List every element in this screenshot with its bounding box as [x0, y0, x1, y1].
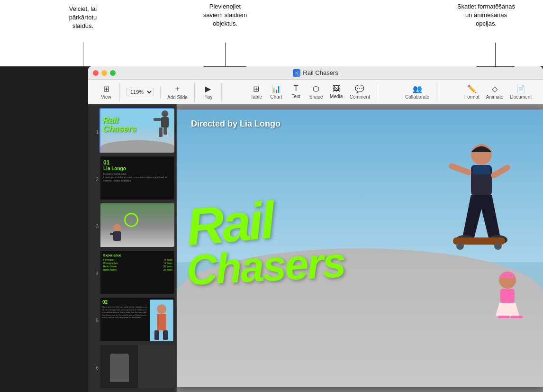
slide1-skater-svg [147, 110, 173, 143]
slide4-row2: Photographer9 Years [103, 262, 172, 264]
slide2-text: Director's IntroductionLorem ipsum dolor… [103, 173, 172, 182]
zoom-select[interactable]: 119% 100% 75% [127, 88, 154, 96]
slide-thumb-1[interactable]: RailChasers [100, 108, 174, 153]
shape-icon: ⬡ [313, 84, 319, 93]
shape-button[interactable]: ⬡ Shape [307, 82, 326, 101]
play-button[interactable]: ▶ Play [199, 82, 217, 101]
zoom-control[interactable]: 119% 100% 75% [124, 86, 156, 98]
media-icon: 🖼 [333, 84, 340, 93]
slide-thumb-4[interactable]: Experience Filmmaker6 Years Photographer… [100, 250, 174, 294]
svg-rect-1 [161, 117, 169, 128]
slide-item-3[interactable]: 3 [90, 202, 174, 247]
slide-number-3: 3 [91, 224, 99, 229]
collaborate-button[interactable]: 👥 Collaborate [402, 82, 432, 101]
slide-panel[interactable]: 1 RailChasers [88, 104, 177, 392]
drag-annotation: Velciet, laipārkārtotuslaidus. [57, 5, 109, 31]
animate-button[interactable]: ◇ Animate [483, 82, 507, 101]
media-button[interactable]: 🖼 Media [327, 82, 346, 101]
titlebar: K Rail Chasers [88, 66, 543, 80]
svg-rect-24 [500, 289, 515, 303]
slide5-image [150, 300, 173, 341]
svg-rect-7 [110, 233, 116, 235]
slide5-text: 02 Running to love that can reality deci… [102, 300, 148, 341]
graffiti-chasers: Chasers [185, 239, 411, 290]
keynote-app-icon: K [293, 69, 300, 77]
canvas-area: Directed by Lia Longo Rail Chasers [177, 104, 543, 392]
maximize-button[interactable] [110, 70, 116, 76]
table-button[interactable]: ⊞ Table [247, 82, 266, 101]
chart-icon: 📊 [272, 84, 281, 93]
animate-icon: ◇ [492, 84, 498, 93]
add-objects-annotation: Pievienojietsaviem slaidiemobjektus. [190, 2, 261, 28]
collaborate-icon: 👥 [413, 84, 422, 93]
toolbar-group-insert: ⊞ Table 📊 Chart T Text ⬡ Shape 🖼 Media 💬 [243, 82, 377, 101]
traffic-lights [93, 70, 116, 76]
slide-number-4: 4 [91, 271, 99, 276]
slide-item-2[interactable]: 2 01 Lia Longo Director's IntroductionLo… [90, 155, 174, 200]
svg-rect-16 [490, 164, 511, 179]
toolbar-group-play: ▶ Play [195, 82, 222, 101]
chart-button[interactable]: 📊 Chart [267, 82, 286, 101]
slide2-number: 01 [103, 159, 172, 166]
table-icon: ⊞ [253, 84, 259, 93]
slide-item-4[interactable]: 4 Experience Filmmaker6 Years Photograph… [90, 250, 174, 294]
svg-rect-22 [473, 165, 490, 174]
toolbar-group-collaborate: 👥 Collaborate [398, 82, 436, 101]
slide-item-6[interactable]: 6 [90, 344, 174, 389]
app-window: K Rail Chasers ⊞ View 119% 100% 75% [88, 66, 543, 392]
svg-rect-4 [154, 118, 161, 121]
slide4-row3: Roller Skater20 Years [103, 265, 172, 268]
slide-thumb-2[interactable]: 01 Lia Longo Director's IntroductionLore… [100, 155, 174, 200]
slide3-skater-svg [103, 223, 131, 246]
svg-point-20 [456, 242, 464, 250]
canvas-graffiti: Rail Chasers [186, 138, 410, 339]
svg-rect-6 [113, 231, 121, 241]
slide-number-5: 5 [91, 318, 99, 323]
svg-point-21 [494, 242, 502, 250]
toolbar-group-addslide: ＋ Add Slide [161, 82, 195, 102]
toolbar-group-format: ✏️ Format ◇ Animate 📄 Document [458, 82, 538, 101]
format-hline [477, 66, 515, 67]
svg-rect-15 [448, 163, 472, 176]
slide-number-2: 2 [91, 176, 99, 182]
svg-point-0 [162, 110, 168, 117]
add-objects-arrow [225, 43, 226, 67]
document-icon: 📄 [516, 84, 525, 93]
svg-rect-12 [163, 330, 168, 340]
view-icon: ⊞ [103, 84, 109, 93]
svg-rect-2 [159, 128, 163, 137]
play-icon: ▶ [205, 84, 211, 93]
slide-item-5[interactable]: 5 02 Running to love that can reality de… [90, 297, 174, 341]
slide-number-6: 6 [91, 365, 99, 370]
add-objects-hline [204, 66, 246, 67]
slide-thumb-5[interactable]: 02 Running to love that can reality deci… [100, 297, 174, 341]
slide-item-1[interactable]: 1 RailChasers [90, 108, 174, 153]
slide1-graffiti: RailChasers [103, 116, 136, 133]
toolbar-group-view: ⊞ View [93, 82, 120, 101]
slide4-row1: Filmmaker6 Years [103, 258, 172, 261]
comment-icon: 💬 [355, 84, 364, 93]
document-button[interactable]: 📄 Document [507, 82, 534, 101]
annotations-area: Velciet, laipārkārtotuslaidus. Pievienoj… [0, 0, 543, 66]
svg-rect-10 [157, 314, 166, 330]
svg-rect-11 [154, 330, 159, 340]
svg-point-9 [157, 304, 166, 314]
view-button[interactable]: ⊞ View [97, 82, 116, 101]
minimize-button[interactable] [101, 70, 107, 76]
toolbar: ⊞ View 119% 100% 75% ＋ Add Slide [88, 80, 543, 104]
format-button[interactable]: ✏️ Format [462, 82, 482, 101]
slide-thumb-6[interactable] [100, 344, 174, 389]
slide6-figure [110, 354, 129, 382]
slide-canvas[interactable]: Directed by Lia Longo Rail Chasers [177, 109, 543, 387]
svg-rect-3 [163, 128, 167, 135]
svg-point-5 [113, 224, 121, 231]
add-slide-button[interactable]: ＋ Add Slide [164, 82, 190, 102]
svg-rect-25 [498, 316, 510, 318]
comment-button[interactable]: 💬 Comment [347, 82, 373, 101]
drag-arrow-line [83, 42, 83, 66]
close-button[interactable] [93, 70, 99, 76]
slide4-row4: Berlin Native28 Years [103, 268, 172, 271]
text-button[interactable]: T Text [287, 82, 306, 101]
slide-thumb-3[interactable] [100, 202, 174, 247]
format-annotation: Skatiet formatēšanasun animēšanasopcijas… [443, 2, 529, 28]
